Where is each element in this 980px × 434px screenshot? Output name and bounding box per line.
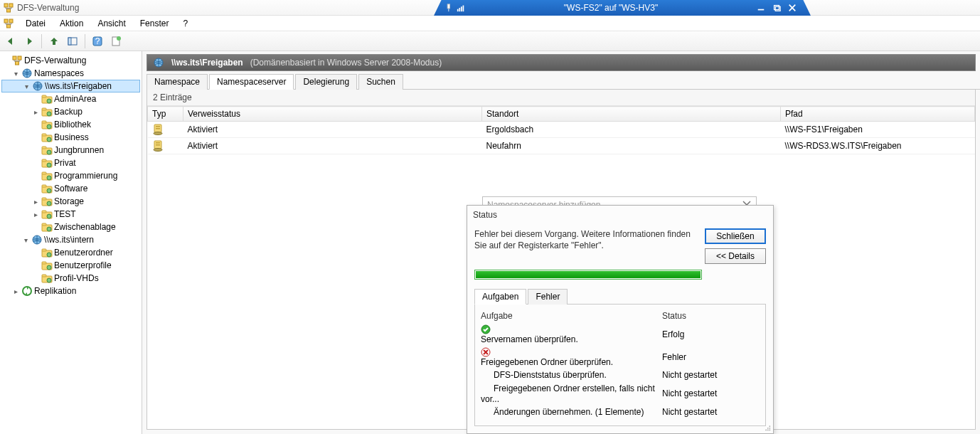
dialog-tab-tasks[interactable]: Aufgaben (474, 289, 526, 305)
tree-folder-business[interactable]: Business (1, 131, 140, 144)
tree-label: Software (54, 184, 87, 194)
tree-icon (41, 144, 53, 156)
task-row: Änderungen übernehmen. (1 Elemente)Nicht… (481, 406, 760, 419)
tree-label: \\ws.its\Freigaben (45, 81, 112, 91)
tree-folder-bibliothek[interactable]: Bibliothek (1, 118, 140, 131)
tab-namespace[interactable]: Namespace (147, 74, 208, 90)
tree-folder-software[interactable]: Software (1, 182, 140, 195)
col-path[interactable]: Pfad (781, 107, 975, 122)
close-button[interactable]: Schließen (705, 228, 766, 244)
table-row[interactable]: AktiviertErgoldsbach\\WS-FS1\Freigaben (148, 122, 975, 138)
tree-root[interactable]: DFS-Verwaltung (1, 54, 140, 67)
server-icon (152, 124, 164, 135)
tree-ns-intern[interactable]: ▾\\ws.its\intern (1, 233, 140, 246)
task-name: Servernamen überprüfen. (481, 323, 662, 346)
namespace-path: \\ws.its\Freigaben (171, 58, 243, 68)
toolbar-forward[interactable] (21, 33, 37, 49)
toolbar-new[interactable] (108, 33, 124, 49)
menu-file[interactable]: Datei (18, 16, 53, 31)
task-name: Änderungen übernehmen. (1 Elemente) (481, 406, 662, 419)
entries-count: 2 Einträge (147, 90, 975, 106)
tree-label: Benutzerordner (54, 248, 113, 258)
tree-icon (41, 119, 53, 130)
app-icon (3, 2, 14, 14)
tree-intern-benutzerordner[interactable]: Benutzerordner (1, 246, 140, 259)
remote-restore-icon[interactable] (772, 4, 781, 12)
no-icon (481, 407, 491, 417)
col-status[interactable]: Verweisstatus (183, 107, 482, 122)
arrow-forward-icon (23, 36, 35, 47)
col-type[interactable]: Typ (148, 107, 183, 122)
tree-folder-programmierung[interactable]: Programmierung (1, 169, 140, 182)
arrow-up-icon (48, 36, 60, 47)
namespace-subtitle: (Domänenbasiert in Windows Server 2008-M… (250, 58, 442, 68)
expander-icon[interactable]: ▸ (31, 108, 40, 116)
tree-folder-privat[interactable]: Privat (1, 157, 140, 169)
expander-icon[interactable]: ▾ (22, 83, 31, 90)
tree-icon (41, 93, 53, 105)
table-row[interactable]: AktiviertNeufahrn\\WS-RDS3.WS.ITS\Freiga… (148, 138, 975, 154)
toolbar-up[interactable] (46, 33, 62, 49)
no-icon (481, 384, 491, 394)
tree-label: Bibliothek (54, 120, 91, 129)
task-col-name: Aufgabe (481, 309, 662, 323)
menu-action[interactable]: Aktion (53, 16, 90, 31)
success-icon (481, 324, 491, 334)
tree-icon (31, 234, 43, 245)
dialog-tab-errors[interactable]: Fehler (528, 289, 568, 305)
cell-path: \\WS-FS1\Freigaben (781, 122, 975, 138)
task-row: Servernamen überprüfen.Erfolg (481, 323, 760, 346)
tree-icon (41, 208, 53, 220)
error-icon (481, 347, 491, 357)
details-button[interactable]: << Details (705, 248, 766, 264)
tree-folder-adminarea[interactable]: AdminArea (1, 92, 140, 105)
tab-delegation[interactable]: Delegierung (295, 74, 357, 90)
tree-label: Business (54, 132, 89, 142)
remote-signal-icon[interactable] (457, 4, 465, 12)
tree-intern-profil-vhds[interactable]: Profil-VHDs (1, 272, 140, 285)
tree-icon (41, 221, 53, 233)
remote-pin-icon[interactable] (444, 4, 452, 12)
tree-label: Zwischenablage (54, 222, 116, 232)
tree-folder-backup[interactable]: ▸Backup (1, 105, 140, 118)
expander-icon[interactable]: ▾ (21, 236, 30, 244)
expander-icon[interactable]: ▸ (11, 287, 20, 295)
path-header: \\ws.its\Freigaben (Domänenbasiert in Wi… (147, 54, 976, 71)
remote-close-icon[interactable] (788, 4, 797, 12)
menu-window[interactable]: Fenster (133, 16, 176, 31)
menu-view[interactable]: Ansicht (90, 16, 132, 31)
tree-label: Profil-VHDs (54, 273, 99, 283)
new-window-icon (110, 36, 122, 47)
expander-icon[interactable]: ▸ (31, 198, 40, 206)
toolbar-panes[interactable] (65, 33, 80, 49)
menu-help[interactable]: ? (176, 16, 195, 31)
resize-grip-icon[interactable] (762, 422, 772, 432)
tree-label: TEST (54, 209, 76, 219)
tab-namespaceserver[interactable]: Namespaceserver (209, 74, 294, 90)
tree-icon (41, 157, 53, 169)
tree-icon (41, 247, 53, 258)
tree-icon (21, 285, 33, 297)
expander-icon[interactable]: ▸ (31, 211, 40, 218)
tree-intern-benutzerprofile[interactable]: Benutzerprofile (1, 259, 140, 272)
tree-label: Backup (54, 107, 82, 117)
server-table: Typ Verweisstatus Standort Pfad Aktivier… (147, 106, 975, 154)
expander-icon[interactable]: ▾ (11, 70, 20, 78)
toolbar-back[interactable] (3, 33, 18, 49)
remote-connection-bar: "WS-FS2" auf "WS-HV3" (434, 0, 811, 16)
tree-folder-test[interactable]: ▸TEST (1, 208, 140, 221)
namespace-icon (153, 57, 164, 68)
tree-label: AdminArea (54, 94, 96, 104)
tree-namespaces[interactable]: ▾Namespaces (1, 67, 140, 80)
col-site[interactable]: Standort (482, 107, 781, 122)
remote-minimize-icon[interactable] (757, 4, 765, 12)
tree-folder-jungbrunnen[interactable]: Jungbrunnen (1, 144, 140, 157)
tree-replication[interactable]: ▸Replikation (1, 285, 140, 297)
tab-search[interactable]: Suchen (358, 74, 403, 90)
dialog-message: Fehler bei diesem Vorgang. Weitere Infor… (474, 228, 698, 251)
tree-label: Replikation (34, 286, 76, 296)
tree-folder-storage[interactable]: ▸Storage (1, 195, 140, 208)
tree-ns-freigaben[interactable]: ▾\\ws.its\Freigaben (1, 80, 140, 92)
tree-folder-zwischenablage[interactable]: Zwischenablage (1, 221, 140, 233)
toolbar-help[interactable] (90, 33, 105, 49)
